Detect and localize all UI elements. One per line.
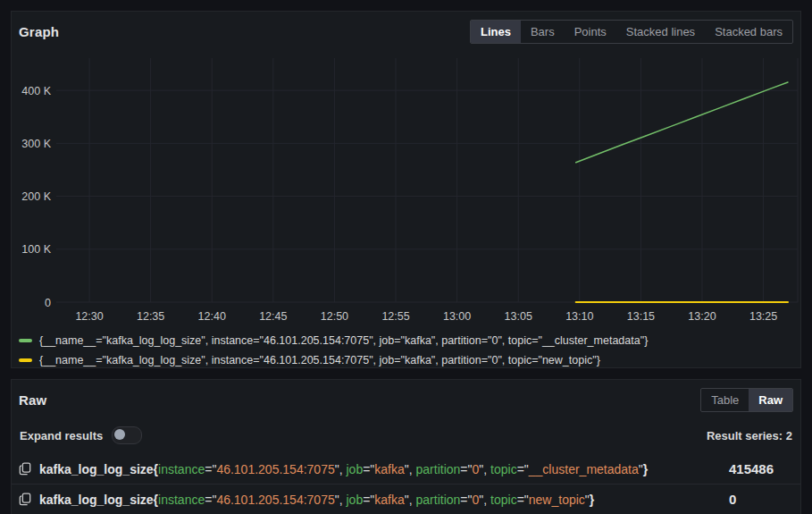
legend-color-dash <box>19 339 32 342</box>
mode-button-points[interactable]: Points <box>565 21 616 43</box>
legend-item[interactable]: {__name__="kafka_log_log_size", instance… <box>19 350 793 370</box>
legend-item[interactable]: {__name__="kafka_log_log_size", instance… <box>19 331 793 350</box>
raw-panel-header: Raw TableRaw <box>12 380 800 413</box>
series-line <box>576 82 788 163</box>
mode-button-stacked-bars[interactable]: Stacked bars <box>705 21 792 43</box>
metric-expression: kafka_log_log_size{instance="46.101.205.… <box>39 462 729 476</box>
expand-results-label: Expand results <box>20 429 103 442</box>
graph-panel-header: Graph LinesBarsPointsStacked linesStacke… <box>12 12 800 45</box>
chart-legend: {__name__="kafka_log_log_size", instance… <box>12 329 800 370</box>
raw-panel-title: Raw <box>19 392 46 408</box>
axis-tick-label: 13:15 <box>627 310 655 323</box>
raw-rows: kafka_log_log_size{instance="46.101.205.… <box>12 454 800 514</box>
axis-tick-label: 13:20 <box>688 310 716 323</box>
raw-view-group: TableRaw <box>700 388 793 412</box>
copy-to-clipboard-icon[interactable] <box>19 493 31 506</box>
result-row: kafka_log_log_size{instance="46.101.205.… <box>12 454 800 485</box>
result-value: 415486 <box>729 461 793 476</box>
axis-tick-label: 400 K <box>21 85 51 97</box>
axis-tick-label: 100 K <box>21 243 51 256</box>
view-button-table[interactable]: Table <box>701 389 749 411</box>
axis-tick-label: 13:00 <box>443 310 471 323</box>
result-value: 0 <box>729 492 793 507</box>
axis-tick-label: 12:50 <box>321 310 348 323</box>
result-row: kafka_log_log_size{instance="46.101.205.… <box>12 485 800 514</box>
axis-tick-label: 13:25 <box>749 310 777 323</box>
axis-tick-label: 12:35 <box>137 310 164 323</box>
copy-to-clipboard-icon[interactable] <box>19 462 31 476</box>
axis-tick-label: 200 K <box>21 190 51 203</box>
axis-tick-label: 12:40 <box>198 310 226 323</box>
raw-controls-row: Expand results Result series: 2 <box>12 426 800 445</box>
axis-tick-label: 300 K <box>21 138 51 150</box>
graph-mode-group: LinesBarsPointsStacked linesStacked bars <box>470 20 793 44</box>
mode-button-stacked-lines[interactable]: Stacked lines <box>616 21 705 43</box>
axis-tick-label: 12:45 <box>259 310 287 323</box>
legend-series-label: {__name__="kafka_log_log_size", instance… <box>39 354 600 367</box>
axis-tick-label: 13:10 <box>565 310 593 323</box>
time-series-chart[interactable]: 0100 K200 K300 K400 K12:3012:3512:4012:4… <box>12 46 800 329</box>
mode-button-bars[interactable]: Bars <box>521 21 565 43</box>
legend-color-dash <box>19 358 32 362</box>
toggle-knob <box>114 429 125 440</box>
axis-tick-label: 12:30 <box>75 310 103 323</box>
axis-tick-label: 13:05 <box>505 310 532 323</box>
graph-panel: Graph LinesBarsPointsStacked linesStacke… <box>11 11 801 368</box>
legend-series-label: {__name__="kafka_log_log_size", instance… <box>39 334 648 347</box>
result-series-count: Result series: 2 <box>707 429 792 442</box>
raw-results-panel: Raw TableRaw Expand results Result serie… <box>11 379 801 514</box>
graph-panel-title: Graph <box>19 24 59 39</box>
axis-tick-label: 12:55 <box>381 310 409 323</box>
mode-button-lines[interactable]: Lines <box>471 21 521 43</box>
expand-results-toggle[interactable] <box>112 426 142 444</box>
metric-expression: kafka_log_log_size{instance="46.101.205.… <box>39 493 729 507</box>
axis-tick-label: 0 <box>45 297 51 309</box>
view-button-raw[interactable]: Raw <box>749 389 792 411</box>
